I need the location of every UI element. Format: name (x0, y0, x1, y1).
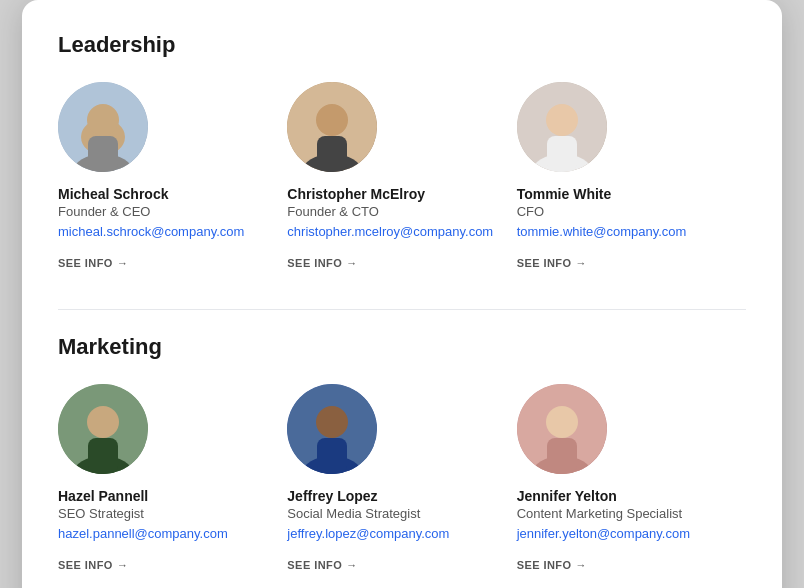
avatar-hazel-pannell (58, 384, 148, 474)
svg-rect-8 (317, 136, 347, 172)
see-info-label-jennifer-yelton: SEE INFO (517, 559, 572, 571)
see-info-label-hazel-pannell: SEE INFO (58, 559, 113, 571)
see-info-jennifer-yelton[interactable]: SEE INFO → (517, 559, 587, 571)
avatar-micheal-schrock (58, 82, 148, 172)
arrow-icon-jennifer-yelton: → (576, 559, 587, 571)
svg-point-18 (316, 406, 348, 438)
see-info-jeffrey-lopez[interactable]: SEE INFO → (287, 559, 357, 571)
svg-point-10 (546, 104, 578, 136)
avatar-christopher-mcelroy (287, 82, 377, 172)
svg-rect-24 (547, 438, 577, 474)
person-title-micheal-schrock: Founder & CEO (58, 204, 271, 219)
arrow-icon-micheal-schrock: → (117, 257, 128, 269)
see-info-label-micheal-schrock: SEE INFO (58, 257, 113, 269)
svg-point-6 (316, 104, 348, 136)
person-title-jeffrey-lopez: Social Media Strategist (287, 506, 500, 521)
person-cell-christopher-mcelroy: Christopher McElroyFounder & CTOchristop… (287, 82, 516, 289)
svg-rect-12 (547, 136, 577, 172)
avatar-jennifer-yelton (517, 384, 607, 474)
person-title-tommie-white: CFO (517, 204, 730, 219)
svg-rect-4 (88, 136, 118, 172)
person-email-jennifer-yelton[interactable]: jennifer.yelton@company.com (517, 526, 730, 541)
person-title-jennifer-yelton: Content Marketing Specialist (517, 506, 730, 521)
person-email-tommie-white[interactable]: tommie.white@company.com (517, 224, 730, 239)
svg-rect-20 (317, 438, 347, 474)
person-title-hazel-pannell: SEO Strategist (58, 506, 271, 521)
person-name-jeffrey-lopez: Jeffrey Lopez (287, 488, 500, 504)
person-email-hazel-pannell[interactable]: hazel.pannell@company.com (58, 526, 271, 541)
person-email-christopher-mcelroy[interactable]: christopher.mcelroy@company.com (287, 224, 500, 239)
see-info-label-christopher-mcelroy: SEE INFO (287, 257, 342, 269)
person-email-jeffrey-lopez[interactable]: jeffrey.lopez@company.com (287, 526, 500, 541)
see-info-label-tommie-white: SEE INFO (517, 257, 572, 269)
arrow-icon-hazel-pannell: → (117, 559, 128, 571)
arrow-icon-tommie-white: → (576, 257, 587, 269)
person-title-christopher-mcelroy: Founder & CTO (287, 204, 500, 219)
see-info-micheal-schrock[interactable]: SEE INFO → (58, 257, 128, 269)
person-email-micheal-schrock[interactable]: micheal.schrock@company.com (58, 224, 271, 239)
person-name-jennifer-yelton: Jennifer Yelton (517, 488, 730, 504)
person-cell-micheal-schrock: Micheal SchrockFounder & CEOmicheal.schr… (58, 82, 287, 289)
see-info-christopher-mcelroy[interactable]: SEE INFO → (287, 257, 357, 269)
svg-point-22 (546, 406, 578, 438)
svg-rect-16 (88, 438, 118, 474)
person-cell-hazel-pannell: Hazel PannellSEO Strategisthazel.pannell… (58, 384, 287, 588)
svg-point-14 (87, 406, 119, 438)
avatar-jeffrey-lopez (287, 384, 377, 474)
people-grid-leadership: Micheal SchrockFounder & CEOmicheal.schr… (58, 82, 746, 289)
arrow-icon-jeffrey-lopez: → (346, 559, 357, 571)
section-title-leadership: Leadership (58, 32, 746, 58)
avatar-tommie-white (517, 82, 607, 172)
person-name-micheal-schrock: Micheal Schrock (58, 186, 271, 202)
see-info-tommie-white[interactable]: SEE INFO → (517, 257, 587, 269)
person-name-hazel-pannell: Hazel Pannell (58, 488, 271, 504)
see-info-label-jeffrey-lopez: SEE INFO (287, 559, 342, 571)
person-name-tommie-white: Tommie White (517, 186, 730, 202)
main-card: Leadership Micheal SchrockFounder & CEOm… (22, 0, 782, 588)
section-title-marketing: Marketing (58, 334, 746, 360)
people-grid-marketing: Hazel PannellSEO Strategisthazel.pannell… (58, 384, 746, 588)
section-divider (58, 309, 746, 310)
person-cell-jennifer-yelton: Jennifer YeltonContent Marketing Special… (517, 384, 746, 588)
see-info-hazel-pannell[interactable]: SEE INFO → (58, 559, 128, 571)
person-cell-tommie-white: Tommie WhiteCFOtommie.white@company.comS… (517, 82, 746, 289)
arrow-icon-christopher-mcelroy: → (346, 257, 357, 269)
person-name-christopher-mcelroy: Christopher McElroy (287, 186, 500, 202)
svg-point-2 (87, 104, 119, 136)
person-cell-jeffrey-lopez: Jeffrey LopezSocial Media Strategistjeff… (287, 384, 516, 588)
